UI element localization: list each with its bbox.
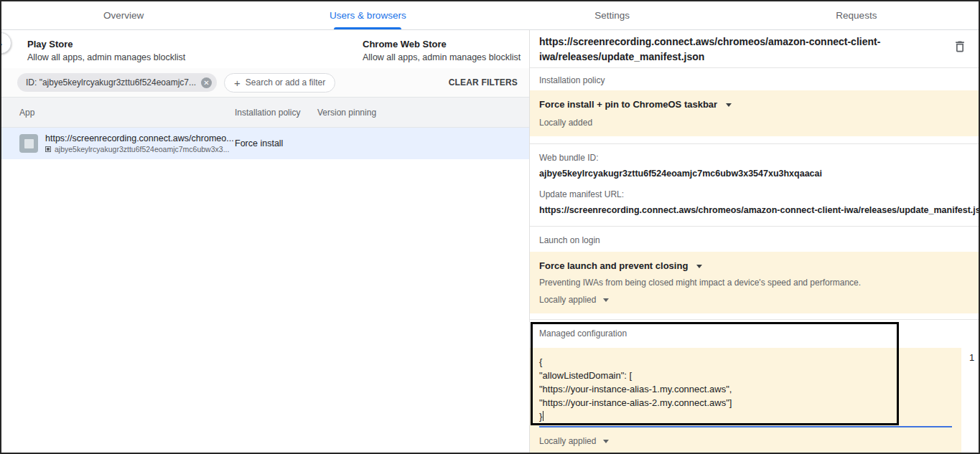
launch-on-login-box: Force launch and prevent closing Prevent… [530, 252, 979, 313]
tab-label: Users & browsers [330, 10, 406, 21]
chrome-web-store-title: Chrome Web Store [363, 39, 521, 50]
chevron-down-icon [726, 103, 732, 107]
trash-icon [953, 39, 967, 54]
config-json-line: } [539, 410, 952, 423]
play-store-subtitle: Allow all apps, admin manages blocklist [27, 52, 185, 62]
config-json-line: { [539, 355, 952, 369]
installation-policy-box: Force install + pin to ChromeOS taskbar … [530, 90, 979, 136]
installation-policy-source: Locally added [539, 118, 969, 128]
launch-on-login-label: Launch on login [530, 227, 979, 250]
admin-console-window: Overview Users & browsers Settings Reque… [0, 0, 980, 454]
column-header-app: App [19, 108, 235, 118]
tab-label: Settings [594, 10, 630, 21]
column-header-version-pinning: Version pinning [317, 108, 529, 118]
store-policy-summary: Play Store Allow all apps, admin manages… [1, 30, 529, 68]
chrome-web-store-policy: Chrome Web Store Allow all apps, admin m… [363, 39, 521, 62]
top-tab-bar: Overview Users & browsers Settings Reque… [1, 1, 979, 30]
filter-bar: ID: "ajbye5keylrcyakugr3zttu6f524eoamjc7… [1, 68, 529, 97]
managed-configuration-box: { "allowListedDomain": [ "https://your-i… [530, 348, 961, 454]
update-manifest-url-value: https://screenrecording.connect.aws/chro… [530, 200, 979, 216]
launch-policy-dropdown[interactable]: Force launch and prevent closing [539, 260, 969, 272]
clear-filters-button[interactable]: CLEAR FILTERS [449, 77, 518, 88]
table-header: App Installation policy Version pinning [1, 97, 529, 128]
tab-users-and-browsers[interactable]: Users & browsers [246, 1, 490, 29]
launch-source-dropdown[interactable]: Locally applied [539, 295, 969, 305]
play-store-policy: Play Store Allow all apps, admin manages… [27, 39, 185, 62]
textarea-focus-underline [539, 426, 952, 427]
config-json-line-text: } [539, 411, 542, 422]
tab-label: Requests [836, 10, 877, 21]
launch-source-value: Locally applied [539, 295, 596, 305]
launch-warning-text: Preventing IWAs from being closed might … [539, 278, 969, 288]
installation-policy-label: Installation policy [530, 68, 979, 90]
app-thumbnail-icon [19, 134, 38, 153]
detail-title-line2: iwa/releases/update_manifest.json [539, 49, 880, 65]
edge-line-marker: 1 [969, 352, 974, 363]
filter-chip-label: ID: "ajbye5keylrcyakugr3zttu6f524eoamjc7… [26, 77, 196, 88]
column-header-installation-policy: Installation policy [235, 108, 317, 118]
app-cell: https://screenrecording.connect.aws/chro… [19, 133, 235, 153]
remove-filter-icon[interactable]: ✕ [201, 77, 212, 88]
config-json-line: "allowListedDomain": [ [539, 369, 952, 382]
tab-requests[interactable]: Requests [734, 1, 979, 29]
detail-title-line1: https://screenrecording.connect.aws/chro… [539, 34, 880, 49]
installation-policy-dropdown[interactable]: Force install + pin to ChromeOS taskbar [539, 99, 969, 110]
chevron-down-icon [603, 298, 609, 302]
app-row-id: ajbye5keylrcyakugr3zttu6f524eoamjc7mc6ub… [45, 145, 234, 153]
app-text: https://screenrecording.connect.aws/chro… [45, 133, 234, 153]
add-filter-label: Search or add a filter [246, 77, 325, 88]
detail-title: https://screenrecording.connect.aws/chro… [539, 34, 880, 65]
play-store-title: Play Store [27, 39, 185, 50]
config-json-line: "https://your-instance-alias-2.my.connec… [539, 396, 952, 410]
tab-label: Overview [103, 10, 144, 21]
table-row[interactable]: https://screenrecording.connect.aws/chro… [1, 128, 529, 159]
managed-source-value: Locally applied [539, 436, 596, 446]
text-cursor [543, 411, 543, 421]
tab-overview[interactable]: Overview [1, 1, 246, 29]
app-list-panel: Play Store Allow all apps, admin manages… [1, 30, 529, 454]
launch-policy-value: Force launch and prevent closing [539, 260, 688, 271]
web-bundle-id-label: Web bundle ID: [530, 144, 979, 164]
plus-icon: + [234, 77, 241, 88]
web-bundle-id-value: ajbye5keylrcyakugr3zttu6f524eoamjc7mc6ub… [530, 164, 979, 179]
app-detail-panel: https://screenrecording.connect.aws/chro… [529, 30, 979, 454]
detail-header: https://screenrecording.connect.aws/chro… [530, 30, 979, 67]
installation-policy-value: Force install + pin to ChromeOS taskbar [539, 99, 717, 110]
web-bundle-icon [45, 146, 51, 152]
chrome-web-store-subtitle: Allow all apps, admin manages blocklist [363, 52, 521, 62]
active-tab-underline [334, 27, 401, 29]
delete-app-button[interactable] [953, 39, 967, 57]
add-filter-button[interactable]: + Search or add a filter [224, 73, 335, 93]
tab-settings[interactable]: Settings [490, 1, 734, 29]
managed-config-textarea[interactable]: { "allowListedDomain": [ "https://your-i… [539, 355, 952, 423]
id-filter-chip[interactable]: ID: "ajbye5keylrcyakugr3zttu6f524eoamjc7… [17, 73, 217, 92]
managed-source-dropdown[interactable]: Locally applied [539, 436, 952, 446]
config-json-line: "https://your-instance-alias-1.my.connec… [539, 382, 952, 396]
row-installation-policy: Force install [235, 138, 317, 148]
app-row-id-text: ajbye5keylrcyakugr3zttu6f524eoamjc7mc6ub… [55, 145, 229, 153]
app-thumbnail-inner [24, 139, 34, 148]
chevron-down-icon [603, 440, 609, 443]
chevron-right-icon: › [0, 37, 3, 49]
main-split: Play Store Allow all apps, admin manages… [1, 30, 979, 454]
chevron-down-icon [696, 265, 702, 268]
app-row-url: https://screenrecording.connect.aws/chro… [45, 133, 234, 143]
managed-configuration-label: Managed configuration [530, 320, 979, 344]
update-manifest-url-label: Update manifest URL: [530, 179, 979, 200]
